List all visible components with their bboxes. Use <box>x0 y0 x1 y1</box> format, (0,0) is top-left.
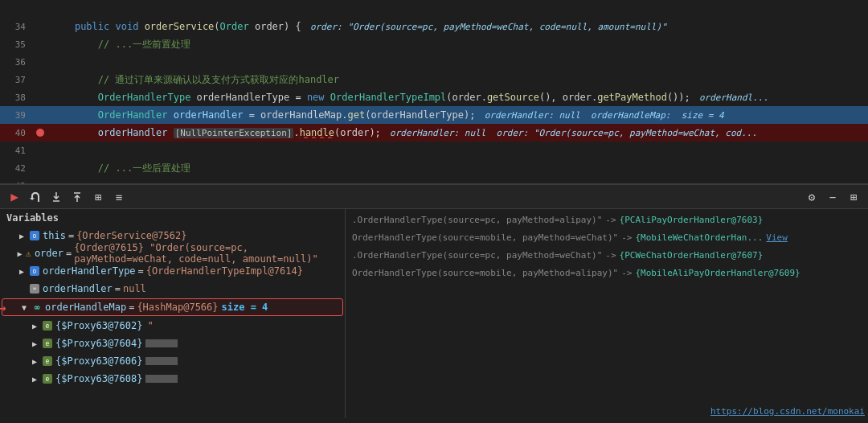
left-arrow-indicator: → <box>0 300 6 315</box>
step-over-button[interactable] <box>27 189 43 205</box>
toolbar-left: ▶ ⊞ ≡ <box>6 189 127 205</box>
value-placeholder <box>145 339 178 347</box>
expand-arrow-e3[interactable]: ▶ <box>29 355 40 367</box>
variable-orderhandlemap[interactable]: ▼ ∞ orderHandleMap = {HashMap@7566} size… <box>2 298 343 316</box>
entry-icon: e <box>43 356 52 366</box>
map-entry-1[interactable]: ▶ e {$Proxy63@7602} " <box>0 317 345 335</box>
var-tree: ▶ o this = {OrderService@7562} ▶ ⚠ order… <box>0 227 345 388</box>
entry-icon: e <box>43 321 52 331</box>
debug-toolbar: ▶ ⊞ ≡ ⚙ − ⊞ <box>0 185 868 209</box>
code-line: 35 // ...一些前置处理 <box>0 35 868 53</box>
minimize-button[interactable]: − <box>825 189 841 205</box>
table-view-button[interactable]: ⊞ <box>90 189 106 205</box>
code-editor: 34 public void orderService(Order order)… <box>0 0 868 185</box>
warning-icon: ⚠ <box>26 248 31 259</box>
watermark[interactable]: https://blog.csdn.net/monokai <box>710 406 865 417</box>
settings-button[interactable]: ⚙ <box>804 189 820 205</box>
value-placeholder <box>145 357 178 365</box>
layout-button[interactable]: ⊞ <box>845 189 862 205</box>
right-panel: .OrderHandlerType(source=pc, payMethod=a… <box>346 209 868 418</box>
expand-arrow-oht[interactable]: ▶ <box>16 265 27 277</box>
variable-order[interactable]: ▶ ⚠ order = {Order@7615} "Order(source=p… <box>0 244 345 262</box>
columns-button[interactable]: ≡ <box>111 189 127 205</box>
right-entry-2: OrderHandlerType(source=mobile, payMetho… <box>346 228 868 246</box>
code-line: 43 <box>0 177 868 185</box>
code-line-error: 40 orderHandler [NullPointerException].h… <box>0 124 868 142</box>
expand-arrow-ohm[interactable]: ▼ <box>18 302 30 313</box>
code-line: 42 // ...一些后置处理 <box>0 159 868 177</box>
code-line <box>0 0 868 18</box>
value-placeholder <box>145 375 178 383</box>
entry-icon: e <box>43 374 52 384</box>
variables-panel: Variables ▶ o this = {OrderService@7562}… <box>0 209 346 418</box>
map-entry-4[interactable]: ▶ e {$Proxy63@7608} <box>0 370 345 388</box>
null-icon: = <box>30 284 39 294</box>
map-entry-2[interactable]: ▶ e {$Proxy63@7604} <box>0 335 345 352</box>
expand-arrow-e1[interactable]: ▶ <box>29 320 40 331</box>
code-line: 37 // 通过订单来源确认以及支付方式获取对应的handler <box>0 71 868 88</box>
obj-icon: o <box>30 266 39 276</box>
code-line: 41 <box>0 142 868 159</box>
variable-orderhandler[interactable]: ▶ = orderHandler = null <box>0 280 345 298</box>
toolbar-right: ⚙ − ⊞ <box>804 189 862 205</box>
code-line: 38 OrderHandlerType orderHandlerType = n… <box>0 88 868 106</box>
view-link[interactable]: View <box>766 232 788 243</box>
code-line: 34 public void orderService(Order order)… <box>0 18 868 35</box>
bottom-section: Variables ▶ o this = {OrderService@7562}… <box>0 209 868 418</box>
obj-icon: o <box>30 231 39 240</box>
code-line: 36 <box>0 53 868 71</box>
bottom-wrapper: Variables ▶ o this = {OrderService@7562}… <box>0 209 868 418</box>
expand-arrow-e4[interactable]: ▶ <box>29 373 40 384</box>
error-dot <box>36 129 44 137</box>
code-line-highlighted: 39 OrderHandler orderHandler = orderHand… <box>0 106 868 124</box>
right-entries: .OrderHandlerType(source=pc, payMethod=a… <box>346 209 868 283</box>
variables-header: Variables <box>0 209 345 227</box>
right-entry-1: .OrderHandlerType(source=pc, payMethod=a… <box>346 211 868 228</box>
resume-button[interactable]: ▶ <box>6 189 23 205</box>
variable-orderhandlertype[interactable]: ▶ o orderHandlerType = {OrderHandlerType… <box>0 262 345 280</box>
map-entry-3[interactable]: ▶ e {$Proxy63@7606} <box>0 352 345 370</box>
right-entry-3: .OrderHandlerType(source=pc, payMethod=w… <box>346 246 868 264</box>
code-lines: 34 public void orderService(Order order)… <box>0 0 868 185</box>
variable-orderhandlemap-wrapper: → ▼ ∞ orderHandleMap = {HashMap@7566} si… <box>0 298 345 317</box>
step-into-button[interactable] <box>48 189 64 205</box>
expand-arrow-e2[interactable]: ▶ <box>29 338 40 349</box>
map-icon: ∞ <box>35 302 40 313</box>
entry-icon: e <box>43 339 52 348</box>
step-out-button[interactable] <box>69 189 85 205</box>
expand-arrow-order[interactable]: ▶ <box>16 248 23 259</box>
expand-arrow-this[interactable]: ▶ <box>16 230 27 241</box>
right-entry-4: OrderHandlerType(source=mobile, payMetho… <box>346 264 868 281</box>
